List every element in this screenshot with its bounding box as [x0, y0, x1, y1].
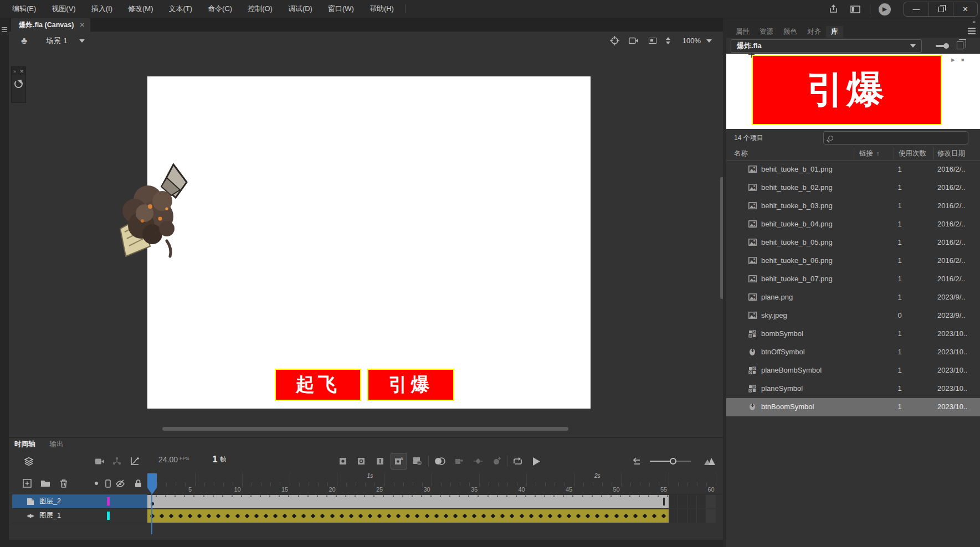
library-item-behit_tuoke_b_04.png[interactable]: behit_tuoke_b_04.png12016/2/.. [726, 215, 980, 234]
edit-multiple-frames-icon[interactable] [452, 455, 465, 468]
library-item-behit_tuoke_b_06.png[interactable]: behit_tuoke_b_06.png12016/2/.. [726, 252, 980, 270]
panel-tab-1[interactable]: 资源 [755, 26, 778, 38]
clip-content-icon[interactable] [647, 35, 658, 47]
takeoff-button[interactable]: 起飞 [275, 369, 361, 401]
menu-item-3[interactable]: 修改(M) [120, 0, 161, 18]
library-item-btnBoomSymbol[interactable]: btnBoomSymbol12023/10.. [726, 398, 980, 416]
menu-item-0[interactable]: 编辑(E) [4, 0, 44, 18]
expand-panel-icon[interactable]: » [13, 69, 16, 74]
library-item-btnOffSymbol[interactable]: btnOffSymbol12023/10.. [726, 343, 980, 362]
preview-play-icon[interactable]: ▶ [951, 57, 955, 63]
new-library-panel-icon[interactable] [957, 42, 963, 49]
layer-row[interactable]: 图层_2 [12, 494, 147, 509]
collapse-panel-icon[interactable]: » [726, 18, 980, 26]
motion-span-icon[interactable] [471, 455, 485, 468]
share-icon[interactable] [825, 3, 841, 16]
panel-menu-icon[interactable] [968, 28, 976, 34]
panel-tab-4[interactable]: 库 [826, 26, 843, 38]
menu-item-6[interactable]: 控制(O) [240, 0, 280, 18]
reset-timeline-zoom-icon[interactable] [632, 455, 645, 468]
workspace-icon[interactable] [848, 3, 863, 16]
panel-tab-2[interactable]: 颜色 [778, 26, 802, 38]
frames-area[interactable] [147, 494, 723, 523]
library-item-behit_tuoke_b_05.png[interactable]: behit_tuoke_b_05.png12016/2/.. [726, 234, 980, 252]
explosion-graphic[interactable] [114, 163, 205, 266]
menu-item-8[interactable]: 窗口(W) [320, 0, 362, 18]
timeline-ruler[interactable]: 510152025303540455055601s2s [147, 472, 723, 494]
layer-row[interactable]: 图层_1 [12, 509, 147, 523]
library-item-behit_tuoke_b_03.png[interactable]: behit_tuoke_b_03.png12016/2/.. [726, 197, 980, 215]
panel-tab-0[interactable]: 属性 [731, 26, 755, 38]
library-search[interactable] [823, 131, 968, 145]
layer-parenting-icon[interactable] [110, 455, 124, 468]
zoom-level-select[interactable]: 100% [678, 35, 716, 47]
onion-skin-icon[interactable] [433, 455, 447, 468]
auto-keyframe-icon[interactable]: A [391, 453, 407, 469]
close-tab-icon[interactable]: ✕ [79, 21, 85, 29]
add-folder-icon[interactable] [39, 477, 52, 489]
library-search-input[interactable] [837, 133, 947, 142]
hide-layers-icon[interactable] [114, 477, 126, 489]
library-item-planeSymbol[interactable]: planeSymbol12023/10.. [726, 380, 980, 398]
play-icon[interactable] [530, 455, 543, 468]
menu-item-4[interactable]: 文本(T) [161, 0, 200, 18]
stage-horizontal-scrollbar[interactable] [162, 427, 568, 431]
add-camera-icon[interactable] [93, 455, 106, 468]
dock-menu-icon[interactable] [2, 27, 7, 32]
camera-icon[interactable] [628, 35, 639, 47]
menu-item-9[interactable]: 帮助(H) [362, 0, 402, 18]
menu-item-2[interactable]: 插入(I) [84, 0, 120, 18]
scene-label[interactable]: 场景 1 [46, 36, 67, 46]
menu-item-1[interactable]: 视图(V) [44, 0, 83, 18]
layer-outline-swatch[interactable] [107, 497, 110, 505]
library-item-sky.jpeg[interactable]: sky.jpeg02023/9/.. [726, 307, 980, 325]
stage[interactable] [147, 76, 591, 409]
insert-frame-icon[interactable] [373, 455, 387, 468]
rotate-tool-icon[interactable] [14, 80, 23, 88]
highlight-layers-icon[interactable] [90, 477, 102, 489]
library-item-behit_tuoke_b_01.png[interactable]: behit_tuoke_b_01.png12016/2/.. [726, 161, 980, 179]
layer2-frame-span[interactable] [147, 495, 669, 508]
column-modified[interactable]: 修改日期 [937, 149, 965, 158]
library-document-select[interactable]: 爆炸.fla [731, 39, 922, 53]
menu-item-7[interactable]: 调试(D) [280, 0, 320, 18]
playhead-line[interactable] [151, 494, 152, 534]
layer-depth-icon[interactable] [22, 455, 35, 468]
pin-library-icon[interactable] [936, 45, 947, 47]
outline-view-icon[interactable] [102, 477, 114, 489]
lock-layers-icon[interactable] [132, 477, 144, 489]
column-use-count[interactable]: 使用次数 [899, 149, 926, 158]
add-layer-icon[interactable] [21, 477, 33, 489]
loop-playback-icon[interactable] [511, 455, 524, 468]
playhead[interactable] [147, 472, 157, 494]
timeline-zoom-slider[interactable] [650, 461, 691, 462]
detonate-button[interactable]: 引爆 [367, 369, 454, 401]
close-icon[interactable]: ✕ [953, 2, 977, 17]
library-item-behit_tuoke_b_07.png[interactable]: behit_tuoke_b_07.png12016/2/.. [726, 270, 980, 288]
library-item-behit_tuoke_b_02.png[interactable]: behit_tuoke_b_02.png12016/2/.. [726, 179, 980, 197]
tab-timeline[interactable]: 时间轴 [14, 440, 35, 449]
minimize-icon[interactable]: — [904, 2, 928, 17]
current-frame-value[interactable]: 1 [213, 455, 218, 465]
document-tab[interactable]: 爆炸.fla (Canvas) ✕ [11, 18, 90, 32]
library-item-bombSymbol[interactable]: bombSymbol12023/10.. [726, 325, 980, 343]
insert-keyframe-icon[interactable] [336, 455, 350, 468]
layer-outline-swatch[interactable] [107, 512, 110, 520]
timeline-zoom-slider-handle[interactable] [670, 458, 676, 465]
panel-tab-3[interactable]: 对齐 [802, 26, 826, 38]
graph-editor-icon[interactable] [128, 455, 141, 468]
delete-layer-icon[interactable] [58, 477, 70, 489]
menu-item-5[interactable]: 命令(C) [200, 0, 240, 18]
center-stage-icon[interactable] [609, 35, 620, 47]
frame-size-icon[interactable] [703, 455, 716, 468]
layer1-frame-span[interactable] [147, 509, 669, 523]
tab-output[interactable]: 输出 [50, 440, 64, 449]
insert-blank-keyframe-icon[interactable] [355, 455, 368, 468]
restore-icon[interactable] [928, 2, 953, 17]
preview-stop-icon[interactable]: ■ [961, 57, 964, 63]
zoom-stepper[interactable] [666, 37, 670, 44]
column-name[interactable]: 名称 [734, 149, 748, 158]
scene-chevron-icon[interactable] [79, 39, 85, 43]
column-linkage[interactable]: 链接↑ [859, 149, 880, 158]
recycle-frame-icon[interactable] [490, 455, 504, 468]
